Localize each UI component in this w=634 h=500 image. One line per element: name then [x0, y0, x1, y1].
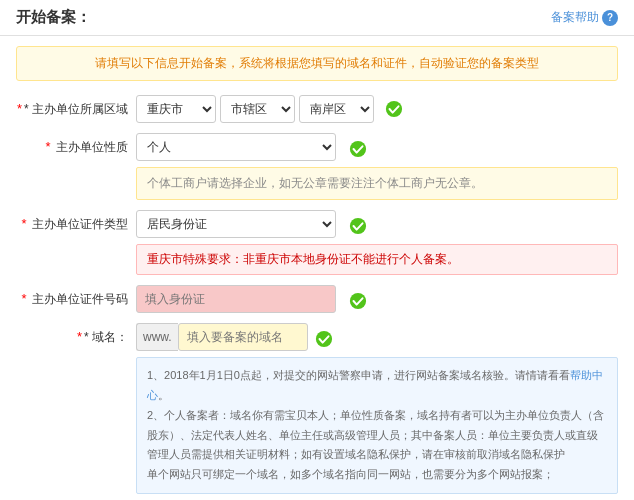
domain-label: ** 域名： — [16, 323, 136, 346]
help-link-text: 备案帮助 — [551, 9, 599, 26]
svg-point-4 — [316, 331, 332, 347]
nature-note: 个体工商户请选择企业，如无公章需要注注个体工商户无公章。 — [136, 167, 618, 200]
warning-bar: 请填写以下信息开始备案，系统将根据您填写的域名和证件，自动验证您的备案类型 — [16, 46, 618, 81]
required-star-5: * — [77, 329, 82, 344]
nature-content: 个人 个体工商户请选择企业，如无公章需要注注个体工商户无公章。 — [136, 133, 618, 200]
domain-notice-text: 1、2018年1月1日0点起，对提交的网站警察申请，进行网站备案域名核验。请情请… — [147, 366, 607, 485]
cert-type-content: 居民身份证 重庆市特殊要求：非重庆市本地身份证不能进行个人备案。 — [136, 210, 618, 275]
nature-check-icon — [348, 139, 368, 159]
cert-no-check-icon — [348, 291, 368, 311]
svg-point-1 — [350, 141, 366, 157]
domain-prefix: www. — [136, 323, 178, 351]
cert-no-content — [136, 285, 618, 313]
cert-type-check-icon — [348, 216, 368, 236]
svg-point-3 — [350, 293, 366, 309]
required-star-2: * — [46, 139, 51, 154]
required-star: * — [17, 101, 22, 116]
domain-notice: 1、2018年1月1日0点起，对提交的网站警察申请，进行网站备案域名核验。请情请… — [136, 357, 618, 494]
required-star-4: * — [22, 291, 27, 306]
domain-content: www. 1、2018年1月1日0点起，对提交的网站警察申请，进行网站备案域名核… — [136, 323, 618, 494]
required-star-3: * — [22, 216, 27, 231]
svg-point-0 — [386, 101, 402, 117]
domain-input[interactable] — [178, 323, 308, 351]
nature-row: * 主办单位性质 个人 个体工商户请选择企业，如无公章需要注注个体工商户无公章。 — [16, 133, 618, 200]
svg-point-2 — [350, 218, 366, 234]
region-row: ** 主办单位所属区域 重庆市 市辖区 南岸区 — [16, 95, 618, 123]
domain-row: ** 域名： www. 1、2018年1月1日0点起，对提交的网站警察申请，进行… — [16, 323, 618, 494]
area-select[interactable]: 南岸区 — [299, 95, 374, 123]
help-icon: ? — [602, 10, 618, 26]
top-bar: 开始备案： 备案帮助 ? — [0, 0, 634, 36]
form-area: ** 主办单位所属区域 重庆市 市辖区 南岸区 — [0, 91, 634, 500]
help-link[interactable]: 备案帮助 ? — [551, 9, 618, 26]
region-content: 重庆市 市辖区 南岸区 — [136, 95, 618, 123]
cert-no-label: * 主办单位证件号码 — [16, 285, 136, 308]
cert-type-select[interactable]: 居民身份证 — [136, 210, 336, 238]
cert-type-row: * 主办单位证件类型 居民身份证 重庆市特殊要求：非重庆市本地身份证不能进行个人… — [16, 210, 618, 275]
warning-text: 请填写以下信息开始备案，系统将根据您填写的域名和证件，自动验证您的备案类型 — [95, 56, 539, 70]
district-select[interactable]: 市辖区 — [220, 95, 295, 123]
page-title: 开始备案： — [16, 8, 91, 27]
page-container: 开始备案： 备案帮助 ? 请填写以下信息开始备案，系统将根据您填写的域名和证件，… — [0, 0, 634, 500]
region-label: ** 主办单位所属区域 — [16, 95, 136, 118]
cert-type-label: * 主办单位证件类型 — [16, 210, 136, 233]
city-select[interactable]: 重庆市 — [136, 95, 216, 123]
help-center-link[interactable]: 帮助中心 — [147, 369, 603, 401]
nature-label: * 主办单位性质 — [16, 133, 136, 156]
domain-check-icon — [314, 329, 334, 349]
region-check-icon — [384, 99, 404, 119]
cert-no-row: * 主办单位证件号码 — [16, 285, 618, 313]
cert-type-note: 重庆市特殊要求：非重庆市本地身份证不能进行个人备案。 — [136, 244, 618, 275]
cert-no-input[interactable] — [136, 285, 336, 313]
nature-select[interactable]: 个人 — [136, 133, 336, 161]
